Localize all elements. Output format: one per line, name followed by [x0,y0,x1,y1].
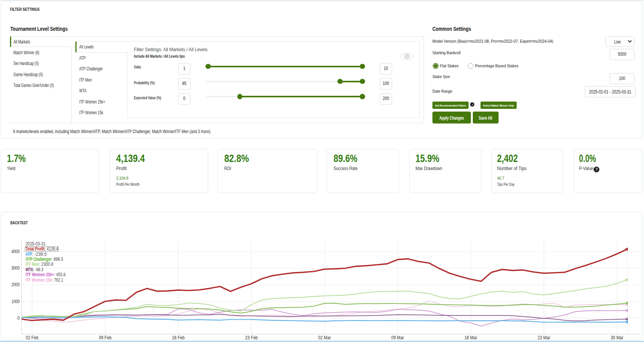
svg-text:ITF Women 15k: ITF Women 15k [26,277,52,283]
svg-text:3000: 3000 [12,265,20,271]
svg-text:16 Feb: 16 Feb [172,335,185,340]
svg-text:1000: 1000 [12,299,20,304]
svg-text:: 792.1: : 792.1 [52,277,63,283]
svg-text:23 Feb: 23 Feb [245,335,258,340]
svg-text:02 Mar: 02 Mar [318,335,331,340]
svg-text:09 Mar: 09 Mar [391,335,404,340]
svg-text:23 Mar: 23 Mar [537,335,550,340]
svg-text:2000: 2000 [12,282,20,287]
svg-text:4000: 4000 [12,249,20,254]
svg-text:30 Mar: 30 Mar [611,335,623,340]
svg-text:02 Feb: 02 Feb [26,335,38,340]
svg-text:16 Mar: 16 Mar [464,335,477,340]
svg-text:0: 0 [17,315,20,321]
svg-text:09 Feb: 09 Feb [99,335,112,340]
